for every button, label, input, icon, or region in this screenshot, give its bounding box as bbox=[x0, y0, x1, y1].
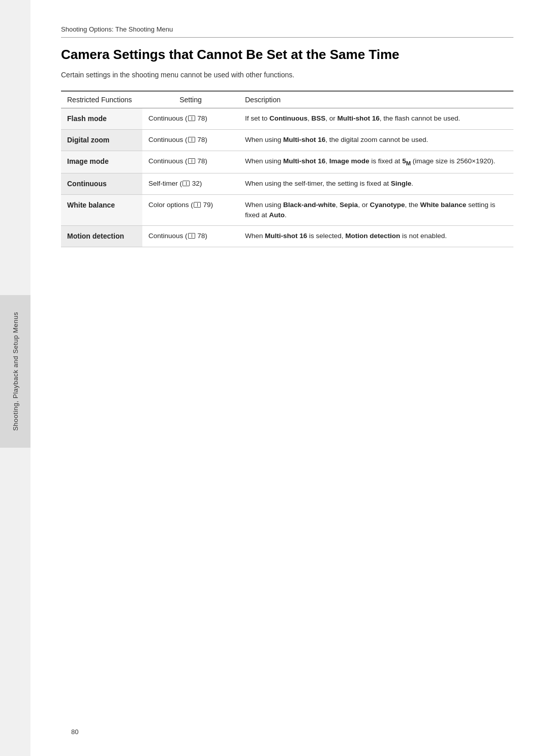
restricted-function: Image mode bbox=[61, 151, 142, 173]
restricted-function: Continuous bbox=[61, 173, 142, 194]
description: When Multi-shot 16 is selected, Motion d… bbox=[239, 226, 513, 247]
setting-value: Continuous ( 78) bbox=[142, 130, 239, 151]
book-icon bbox=[194, 202, 201, 208]
setting-value: Color options ( 79) bbox=[142, 194, 239, 226]
table-row: Image mode Continuous ( 78) When using M… bbox=[61, 151, 513, 173]
table-row: White balance Color options ( 79) When u… bbox=[61, 194, 513, 226]
table-row: Motion detection Continuous ( 78) When M… bbox=[61, 226, 513, 247]
page-title: Camera Settings that Cannot Be Set at th… bbox=[61, 47, 513, 63]
table-row: Flash mode Continuous ( 78) If set to Co… bbox=[61, 108, 513, 130]
table-row: Continuous Self-timer ( 32) When using t… bbox=[61, 173, 513, 194]
book-icon bbox=[188, 233, 195, 239]
setting-value: Continuous ( 78) bbox=[142, 108, 239, 130]
book-icon bbox=[182, 181, 190, 186]
description: When using Multi-shot 16, Image mode is … bbox=[239, 151, 513, 173]
description: When using Multi-shot 16, the digital zo… bbox=[239, 130, 513, 151]
col-restricted: Restricted Functions bbox=[61, 91, 142, 108]
table-header-row: Restricted Functions Setting Description bbox=[61, 91, 513, 108]
description: When using Black-and-white, Sepia, or Cy… bbox=[239, 194, 513, 226]
book-icon bbox=[188, 137, 195, 142]
settings-table: Restricted Functions Setting Description… bbox=[61, 91, 513, 247]
page-number: 80 bbox=[71, 728, 78, 736]
setting-value: Continuous ( 78) bbox=[142, 151, 239, 173]
breadcrumb: Shooting Options: The Shooting Menu bbox=[61, 25, 513, 38]
sidebar-tab: Shooting, Playback and Setup Menus bbox=[0, 295, 30, 448]
page-content: Shooting Options: The Shooting Menu Came… bbox=[30, 0, 549, 756]
restricted-function: Digital zoom bbox=[61, 130, 142, 151]
setting-value: Continuous ( 78) bbox=[142, 226, 239, 247]
col-setting: Setting bbox=[142, 91, 239, 108]
sidebar-label: Shooting, Playback and Setup Menus bbox=[12, 312, 19, 431]
description: When using the self-timer, the setting i… bbox=[239, 173, 513, 194]
restricted-function: White balance bbox=[61, 194, 142, 226]
book-icon bbox=[188, 158, 195, 164]
col-description: Description bbox=[239, 91, 513, 108]
description: If set to Continuous, BSS, or Multi-shot… bbox=[239, 108, 513, 130]
table-row: Digital zoom Continuous ( 78) When using… bbox=[61, 130, 513, 151]
book-icon bbox=[188, 115, 195, 121]
setting-value: Self-timer ( 32) bbox=[142, 173, 239, 194]
restricted-function: Motion detection bbox=[61, 226, 142, 247]
intro-text: Certain settings in the shooting menu ca… bbox=[61, 70, 513, 80]
restricted-function: Flash mode bbox=[61, 108, 142, 130]
